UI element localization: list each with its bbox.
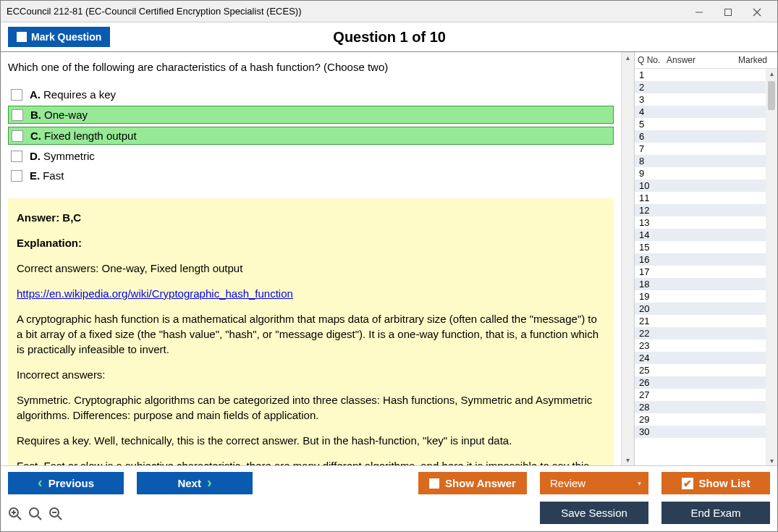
scroll-up-icon[interactable]: ▴ [626, 52, 630, 63]
footer: Previous Next Show Answer Review ▾ ✔ Sho… [1, 466, 777, 531]
option-text: Symmetric [43, 150, 95, 162]
reference-link[interactable]: https://en.wikipedia.org/wiki/Cryptograp… [17, 287, 293, 300]
options-list: A.Requires a keyB.One-wayC.Fixed length … [1, 86, 621, 184]
sidebar-row[interactable]: 10 [635, 180, 766, 192]
option-checkbox[interactable] [12, 130, 23, 142]
zoom-reset-icon[interactable] [28, 507, 43, 521]
sidebar-scroll-up-icon[interactable]: ▴ [770, 69, 774, 78]
explanation-para-2: Symmetric. Cryptographic algorithms can … [17, 392, 605, 423]
sidebar-row[interactable]: 21 [635, 315, 766, 327]
close-icon[interactable] [743, 6, 771, 17]
option-checkbox[interactable] [11, 151, 22, 162]
answer-line: Answer: B,C [17, 210, 605, 225]
sidebar-scrollbar[interactable]: ▴ ▾ [766, 69, 777, 465]
mark-checkbox-icon [17, 32, 27, 42]
sidebar-row[interactable]: 19 [635, 290, 766, 303]
sidebar-row[interactable]: 11 [635, 192, 766, 204]
svg-point-8 [30, 508, 38, 517]
window-title: ECCouncil 212-81 (EC-Council Certified E… [7, 6, 685, 17]
answer-panel: Answer: B,C Explanation: Correct answers… [8, 198, 614, 465]
sidebar-row[interactable]: 8 [635, 155, 766, 167]
save-session-button[interactable]: Save Session [540, 502, 648, 524]
sidebar-row[interactable]: 22 [635, 327, 766, 339]
explanation-para-4: Fast. Fast or slow is a subjective chara… [17, 458, 605, 465]
sidebar-row[interactable]: 18 [635, 278, 766, 290]
zoom-in-icon[interactable] [8, 507, 22, 521]
sidebar-row[interactable]: 13 [635, 216, 766, 229]
sidebar-row[interactable]: 14 [635, 229, 766, 241]
sidebar-rows[interactable]: 1234567891011121314151617181920212223242… [635, 69, 766, 465]
sidebar-row[interactable]: 3 [635, 93, 766, 106]
show-list-label: Show List [699, 477, 750, 489]
option-row[interactable]: A.Requires a key [8, 86, 614, 103]
header-answer: Answer [667, 55, 738, 65]
end-exam-button[interactable]: End Exam [661, 502, 770, 524]
zoom-out-icon[interactable] [48, 507, 63, 521]
sidebar-row[interactable]: 27 [635, 389, 766, 401]
question-counter: Question 1 of 10 [110, 29, 669, 46]
incorrect-label: Incorrect answers: [17, 367, 605, 382]
sidebar-row[interactable]: 16 [635, 253, 766, 266]
option-row[interactable]: C.Fixed length output [8, 127, 614, 145]
sidebar-scroll-thumb[interactable] [768, 81, 775, 110]
content-scrollbar[interactable]: ▴ ▾ [621, 52, 634, 465]
sidebar-row[interactable]: 28 [635, 401, 766, 413]
sidebar-row[interactable]: 23 [635, 339, 766, 352]
sidebar-row[interactable]: 4 [635, 106, 766, 118]
titlebar: ECCouncil 212-81 (EC-Council Certified E… [1, 1, 777, 22]
sidebar-row[interactable]: 20 [635, 303, 766, 315]
option-row[interactable]: D.Symmetric [8, 148, 614, 164]
header-qno: Q No. [638, 55, 667, 65]
review-label: Review [550, 477, 585, 489]
explanation-para-3: Requires a key. Well, technically, this … [17, 433, 605, 448]
sidebar-row[interactable]: 5 [635, 118, 766, 130]
option-checkbox[interactable] [11, 170, 22, 182]
sidebar-row[interactable]: 1 [635, 69, 766, 81]
chevron-down-icon: ▾ [638, 479, 641, 487]
explanation-label: Explanation: [17, 235, 605, 250]
show-answer-checkbox-icon [429, 478, 439, 489]
chevron-right-icon [207, 477, 212, 489]
sidebar-row[interactable]: 24 [635, 352, 766, 364]
svg-line-9 [38, 516, 41, 520]
show-list-button[interactable]: ✔ Show List [661, 472, 770, 494]
option-row[interactable]: B.One-way [8, 106, 614, 124]
zoom-controls [8, 505, 63, 521]
show-list-checkbox-icon: ✔ [682, 478, 693, 489]
option-letter: A. [30, 88, 41, 101]
sidebar-row[interactable]: 12 [635, 204, 766, 216]
next-button[interactable]: Next [137, 472, 253, 494]
sidebar-row[interactable]: 25 [635, 364, 766, 376]
option-checkbox[interactable] [12, 109, 23, 121]
sidebar-row[interactable]: 2 [635, 81, 766, 93]
option-letter: D. [30, 150, 41, 162]
svg-rect-1 [725, 9, 732, 15]
sidebar-row[interactable]: 30 [635, 426, 766, 438]
svg-line-11 [58, 516, 62, 520]
sidebar-row[interactable]: 26 [635, 376, 766, 389]
main-area: Which one of the following are character… [1, 52, 777, 465]
option-row[interactable]: E.Fast [8, 167, 614, 184]
scroll-down-icon[interactable]: ▾ [626, 455, 630, 465]
review-dropdown[interactable]: Review ▾ [540, 472, 648, 494]
sidebar-scroll-down-icon[interactable]: ▾ [770, 456, 774, 465]
option-checkbox[interactable] [11, 89, 22, 101]
sidebar-row[interactable]: 6 [635, 130, 766, 143]
sidebar-row[interactable]: 9 [635, 167, 766, 180]
save-session-label: Save Session [561, 507, 627, 519]
sidebar-row[interactable]: 7 [635, 143, 766, 155]
explanation-para-1: A cryptographic hash function is a mathe… [17, 311, 605, 357]
minimize-icon[interactable] [685, 6, 714, 17]
show-answer-button[interactable]: Show Answer [418, 472, 527, 494]
toolbar: Mark Question Question 1 of 10 [1, 22, 777, 52]
option-text: Fixed length output [44, 130, 137, 142]
sidebar-row[interactable]: 29 [635, 413, 766, 426]
sidebar-header: Q No. Answer Marked [635, 52, 777, 69]
maximize-icon[interactable] [714, 6, 743, 17]
sidebar-row[interactable]: 17 [635, 266, 766, 278]
option-text: One-way [44, 109, 88, 121]
header-marked: Marked [738, 55, 774, 65]
mark-question-button[interactable]: Mark Question [8, 27, 110, 47]
previous-button[interactable]: Previous [8, 472, 124, 494]
sidebar-row[interactable]: 15 [635, 241, 766, 253]
